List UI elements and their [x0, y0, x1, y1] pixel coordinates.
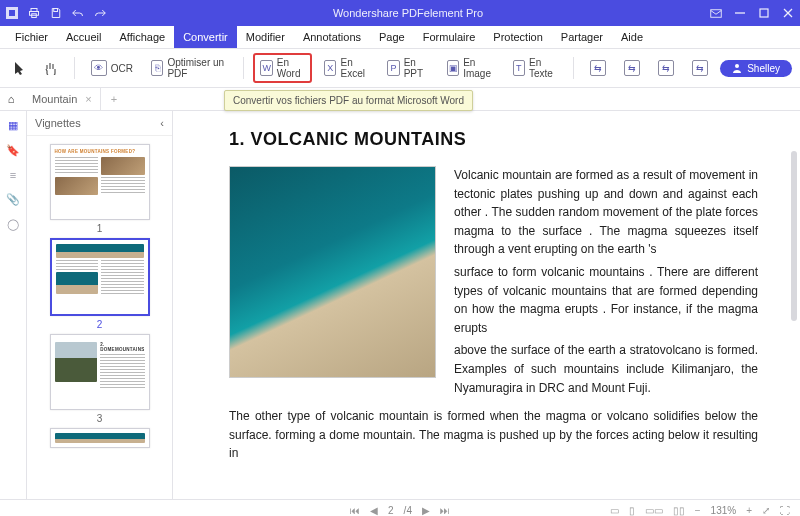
- convert-extra-2-icon[interactable]: ⇆: [618, 57, 646, 79]
- article-image: [229, 166, 436, 378]
- paragraph: surface to form volcanic mountains . The…: [454, 263, 758, 337]
- page-nav-group: ⏮ ◀ 2/4 ▶ ⏭: [350, 505, 450, 516]
- menu-aide[interactable]: Aide: [612, 26, 652, 48]
- thumbnail-page-3[interactable]: 2. DOMEMOUNTAINS 3: [50, 334, 150, 424]
- new-tab-icon[interactable]: +: [105, 93, 123, 105]
- vertical-scrollbar[interactable]: [791, 151, 797, 321]
- menu-affichage[interactable]: Affichage: [110, 26, 174, 48]
- user-pill[interactable]: Shelley: [720, 60, 792, 77]
- last-page-icon[interactable]: ⏭: [440, 505, 450, 516]
- menu-protection[interactable]: Protection: [484, 26, 552, 48]
- thumbnail-page-4[interactable]: [50, 428, 150, 448]
- app-logo-icon: [6, 7, 18, 19]
- page-total: /4: [404, 505, 412, 516]
- document-viewer[interactable]: 1. VOLCANIC MOUNTAINS Volcanic mountain …: [173, 111, 800, 499]
- optimize-icon: ⎘: [151, 60, 163, 76]
- view-continuous-icon[interactable]: ▯: [629, 505, 635, 516]
- excel-icon: X: [324, 60, 336, 76]
- thumbnails-header: Vignettes ‹: [27, 111, 172, 136]
- menu-bar: Fichier Accueil Affichage Convertir Modi…: [0, 26, 800, 49]
- status-bar: ⏮ ◀ 2/4 ▶ ⏭ ▭ ▯ ▭▭ ▯▯ − 131% + ⤢ ⛶: [0, 499, 800, 516]
- undo-icon[interactable]: [72, 7, 84, 19]
- thumbnails-panel-icon[interactable]: ▦: [8, 119, 18, 132]
- prev-page-icon[interactable]: ◀: [370, 505, 378, 516]
- optimize-pdf-button[interactable]: ⎘Optimiser un PDF: [145, 54, 233, 82]
- document-tab[interactable]: Mountain ×: [24, 88, 101, 110]
- text-icon: T: [513, 60, 525, 76]
- thumbnails-list: HOW ARE MOUNTAINS FORMED? 1 2 2. DOMEMOU…: [27, 136, 172, 499]
- zoom-level[interactable]: 131%: [711, 505, 737, 516]
- select-tool-icon[interactable]: [8, 58, 32, 78]
- svg-rect-5: [54, 9, 58, 12]
- menu-annotations[interactable]: Annotations: [294, 26, 370, 48]
- home-tab-icon[interactable]: ⌂: [2, 93, 20, 105]
- collapse-panel-icon[interactable]: ‹: [160, 117, 164, 129]
- user-icon: [732, 63, 742, 73]
- article-heading: 1. VOLCANIC MOUNTAINS: [229, 129, 758, 150]
- article-right-column: Volcanic mountain are formed as a result…: [454, 166, 758, 401]
- document-tab-title: Mountain: [32, 93, 77, 105]
- to-excel-button[interactable]: XEn Excel: [318, 54, 375, 82]
- titlebar-left-icons: [6, 7, 106, 19]
- next-page-icon[interactable]: ▶: [422, 505, 430, 516]
- thumbnail-number: 1: [50, 223, 150, 234]
- convert-extra-1-icon[interactable]: ⇆: [584, 57, 612, 79]
- save-icon[interactable]: [50, 7, 62, 19]
- word-icon: W: [260, 60, 272, 76]
- minimize-icon[interactable]: [734, 7, 746, 19]
- ocr-icon: 👁: [91, 60, 107, 76]
- svg-point-11: [735, 64, 739, 68]
- first-page-icon[interactable]: ⏮: [350, 505, 360, 516]
- comments-panel-icon[interactable]: ◯: [7, 218, 19, 231]
- fullscreen-icon[interactable]: ⛶: [780, 505, 790, 516]
- print-icon[interactable]: [28, 7, 40, 19]
- convert-extra-3-icon[interactable]: ⇆: [652, 57, 680, 79]
- menu-formulaire[interactable]: Formulaire: [414, 26, 485, 48]
- to-ppt-button[interactable]: PEn PPT: [381, 54, 434, 82]
- redo-icon[interactable]: [94, 7, 106, 19]
- window-title: Wondershare PDFelement Pro: [106, 7, 710, 19]
- to-word-button[interactable]: WEn Word: [253, 53, 312, 83]
- close-icon[interactable]: [782, 7, 794, 19]
- page-current[interactable]: 2: [388, 505, 394, 516]
- main-body: ▦ 🔖 ≡ 📎 ◯ Vignettes ‹ HOW ARE MOUNTAINS …: [0, 111, 800, 499]
- zoom-out-icon[interactable]: −: [695, 505, 701, 516]
- ocr-button[interactable]: 👁OCR: [85, 57, 139, 79]
- thumbnail-number: 3: [50, 413, 150, 424]
- outline-panel-icon[interactable]: ≡: [10, 169, 16, 181]
- view-single-icon[interactable]: ▭: [610, 505, 619, 516]
- menu-modifier[interactable]: Modifier: [237, 26, 294, 48]
- titlebar-right-icons: [710, 7, 794, 19]
- svg-rect-1: [9, 10, 15, 16]
- thumbnail-page-1[interactable]: HOW ARE MOUNTAINS FORMED? 1: [50, 144, 150, 234]
- to-image-button[interactable]: ▣En Image: [441, 54, 501, 82]
- to-text-button[interactable]: TEn Texte: [507, 54, 564, 82]
- separator: [74, 57, 75, 79]
- ribbon-toolbar: 👁OCR ⎘Optimiser un PDF WEn Word XEn Exce…: [0, 49, 800, 88]
- thumbnail-number: 2: [50, 319, 150, 330]
- thumbnail-page-2[interactable]: 2: [50, 238, 150, 330]
- separator: [573, 57, 574, 79]
- zoom-in-icon[interactable]: +: [746, 505, 752, 516]
- attachments-panel-icon[interactable]: 📎: [6, 193, 20, 206]
- menu-convertir[interactable]: Convertir: [174, 26, 237, 48]
- view-facing-cont-icon[interactable]: ▯▯: [673, 505, 685, 516]
- menu-page[interactable]: Page: [370, 26, 414, 48]
- view-facing-icon[interactable]: ▭▭: [645, 505, 663, 516]
- to-word-tooltip: Convertir vos fichiers PDF au format Mic…: [224, 90, 473, 111]
- ppt-icon: P: [387, 60, 399, 76]
- user-name: Shelley: [747, 63, 780, 74]
- tab-close-icon[interactable]: ×: [85, 93, 91, 105]
- menu-partager[interactable]: Partager: [552, 26, 612, 48]
- convert-extra-4-icon[interactable]: ⇆: [686, 57, 714, 79]
- maximize-icon[interactable]: [758, 7, 770, 19]
- fit-width-icon[interactable]: ⤢: [762, 505, 770, 516]
- mail-icon[interactable]: [710, 7, 722, 19]
- svg-rect-8: [760, 9, 768, 17]
- menu-fichier[interactable]: Fichier: [6, 26, 57, 48]
- bookmarks-panel-icon[interactable]: 🔖: [6, 144, 20, 157]
- menu-accueil[interactable]: Accueil: [57, 26, 110, 48]
- paragraph: The other type of volcanic mountain is f…: [229, 407, 758, 463]
- hand-tool-icon[interactable]: [38, 58, 64, 78]
- left-icon-strip: ▦ 🔖 ≡ 📎 ◯: [0, 111, 27, 499]
